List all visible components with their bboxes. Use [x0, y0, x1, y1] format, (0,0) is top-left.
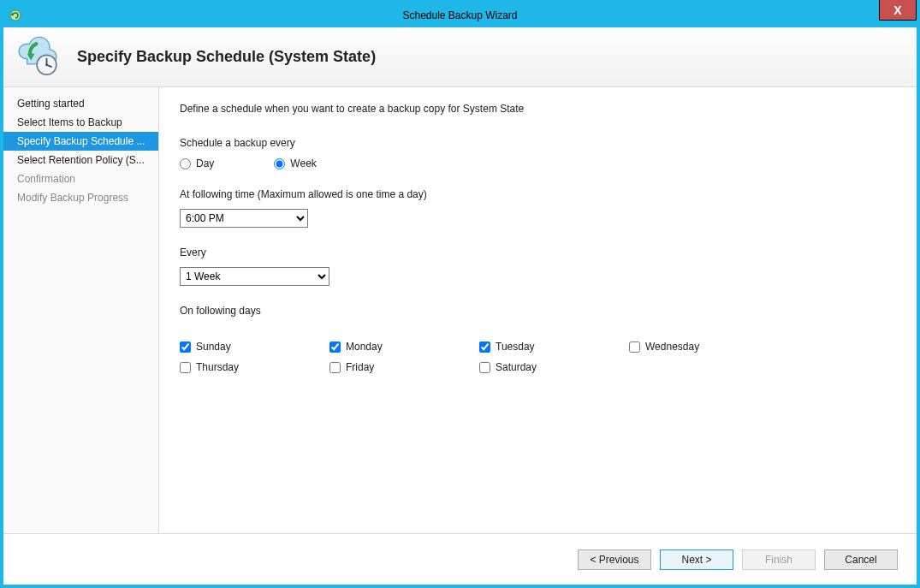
sidebar-item-retention-policy[interactable]: Select Retention Policy (S...	[3, 151, 158, 169]
frequency-week-option[interactable]: Week	[274, 157, 316, 169]
frequency-radio-group: Day Week	[180, 157, 896, 169]
close-button[interactable]: X	[879, 0, 917, 21]
day-wednesday-label: Wednesday	[645, 341, 699, 353]
day-thursday-checkbox[interactable]	[180, 362, 191, 373]
page-title: Specify Backup Schedule (System State)	[77, 48, 376, 66]
day-tuesday-checkbox[interactable]	[479, 342, 490, 353]
svg-point-6	[45, 63, 48, 66]
wizard-body: Getting started Select Items to Backup S…	[3, 87, 917, 533]
sidebar-item-select-items[interactable]: Select Items to Backup	[3, 113, 158, 132]
next-button[interactable]: Next >	[660, 549, 733, 570]
day-thursday-label: Thursday	[196, 361, 239, 373]
time-label: At following time (Maximum allowed is on…	[180, 188, 896, 200]
sidebar-item-modify-progress[interactable]: Modify Backup Progress	[3, 188, 158, 207]
day-tuesday[interactable]: Tuesday	[479, 341, 629, 353]
sidebar-item-confirmation[interactable]: Confirmation	[3, 169, 158, 188]
sidebar-item-specify-schedule[interactable]: Specify Backup Schedule ...	[3, 132, 158, 151]
cancel-button[interactable]: Cancel	[824, 549, 898, 570]
frequency-week-radio[interactable]	[274, 158, 285, 169]
day-friday-label: Friday	[346, 361, 374, 373]
day-sunday[interactable]: Sunday	[180, 341, 329, 353]
day-wednesday-checkbox[interactable]	[629, 342, 640, 353]
window-title: Schedule Backup Wizard	[3, 9, 917, 21]
finish-button: Finish	[742, 549, 816, 570]
backup-cloud-icon	[14, 33, 62, 81]
frequency-day-radio[interactable]	[180, 158, 191, 169]
day-wednesday[interactable]: Wednesday	[629, 341, 779, 353]
day-monday-checkbox[interactable]	[329, 342, 341, 353]
wizard-window: Schedule Backup Wizard X Specify Backup …	[0, 0, 920, 588]
frequency-day-label: Day	[196, 157, 214, 169]
frequency-day-option[interactable]: Day	[180, 157, 214, 169]
day-thursday[interactable]: Thursday	[180, 361, 329, 373]
time-select[interactable]: 6:00 PM	[180, 209, 308, 228]
title-bar: Schedule Backup Wizard X	[3, 3, 917, 27]
day-sunday-label: Sunday	[196, 341, 231, 353]
days-label: On following days	[180, 305, 896, 317]
instruction-text: Define a schedule when you want to creat…	[180, 103, 896, 115]
wizard-header: Specify Backup Schedule (System State)	[3, 27, 917, 87]
day-monday-label: Monday	[346, 341, 383, 353]
day-friday-checkbox[interactable]	[329, 362, 341, 373]
frequency-label: Schedule a backup every	[180, 137, 896, 149]
day-tuesday-label: Tuesday	[496, 341, 535, 353]
wizard-content: Define a schedule when you want to creat…	[159, 87, 917, 533]
day-saturday-checkbox[interactable]	[479, 362, 490, 373]
day-saturday-label: Saturday	[496, 361, 537, 373]
day-saturday[interactable]: Saturday	[479, 361, 629, 373]
frequency-week-label: Week	[290, 157, 316, 169]
day-monday[interactable]: Monday	[329, 341, 479, 353]
close-icon: X	[893, 3, 901, 17]
wizard-sidebar: Getting started Select Items to Backup S…	[3, 87, 159, 533]
previous-button[interactable]: < Previous	[578, 549, 651, 570]
sidebar-item-getting-started[interactable]: Getting started	[3, 94, 158, 113]
days-grid: Sunday Monday Tuesday Wednesday Thursday	[180, 341, 896, 373]
every-select[interactable]: 1 Week	[180, 267, 329, 286]
day-sunday-checkbox[interactable]	[180, 342, 191, 353]
wizard-footer: < Previous Next > Finish Cancel	[3, 533, 917, 585]
day-friday[interactable]: Friday	[329, 361, 479, 373]
every-label: Every	[180, 246, 896, 258]
